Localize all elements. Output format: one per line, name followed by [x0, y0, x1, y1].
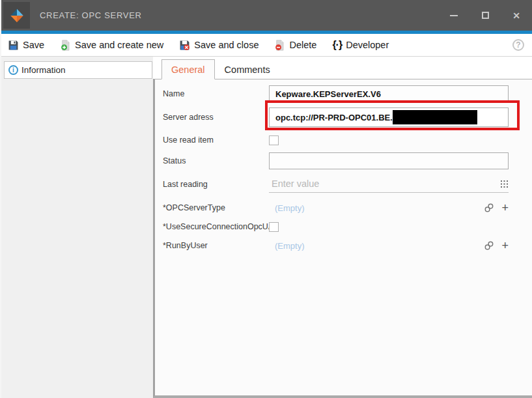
field-row-last-reading: Last reading	[163, 175, 509, 193]
field-row-opcservertype: *OPCServerType (Empty) +	[163, 200, 509, 216]
plus-icon[interactable]: +	[501, 240, 509, 251]
save-and-close-button[interactable]: Save and close	[179, 40, 259, 51]
server-adress-input[interactable]: opc.tcp://PR-PRD-OPC01.BE.	[269, 107, 509, 127]
save-and-create-new-label: Save and create new	[75, 40, 163, 50]
sidebar: i Information	[1, 57, 153, 398]
runbyuser-label: *RunByUser	[163, 241, 269, 250]
save-and-create-new-button[interactable]: Save and create new	[60, 40, 163, 51]
app-logo-box	[3, 2, 30, 29]
field-row-runbyuser: *RunByUser (Empty) +	[163, 238, 509, 253]
developer-braces-icon: {·}	[332, 39, 342, 51]
general-tab-panel: Name Server adress opc.tcp://PR-PRD-OPC0…	[153, 79, 532, 398]
developer-label: Developer	[346, 40, 389, 50]
sidebar-item-information[interactable]: i Information	[4, 61, 152, 79]
status-label: Status	[163, 156, 269, 165]
last-reading-label: Last reading	[163, 180, 269, 189]
delete-button[interactable]: Delete	[274, 40, 316, 51]
save-label: Save	[23, 40, 44, 50]
field-row-name: Name	[163, 85, 509, 102]
field-row-status: Status	[163, 152, 509, 169]
close-icon: ✕	[512, 10, 520, 21]
minimize-button[interactable]	[438, 0, 469, 31]
status-input[interactable]	[269, 152, 509, 169]
document-remove-icon	[274, 40, 285, 51]
name-label: Name	[163, 89, 269, 98]
name-input[interactable]	[269, 85, 509, 102]
help-icon: ?	[516, 40, 520, 50]
save-floppy-icon	[8, 40, 19, 51]
developer-button[interactable]: {·} Developer	[332, 39, 389, 51]
tab-strip: General Comments	[153, 59, 532, 79]
usesecureconnectionopcua-label: *UseSecureConnectionOpcUA	[163, 222, 269, 231]
field-row-usesecureconnectionopcua: *UseSecureConnectionOpcUA	[163, 221, 509, 233]
field-row-server-adress: Server adress opc.tcp://PR-PRD-OPC01.BE.	[163, 107, 509, 127]
runbyuser-value: (Empty)	[275, 241, 305, 251]
toolbar: Save Save and create new Save and close	[1, 34, 532, 57]
field-row-use-read-item: Use read item	[163, 134, 509, 146]
main-area: General Comments Name Server adress	[153, 57, 532, 398]
runbyuser-lookup[interactable]: (Empty) +	[269, 238, 509, 253]
maximize-icon	[482, 12, 489, 19]
window-title: CREATE: OPC SERVER	[40, 10, 142, 20]
delete-label: Delete	[289, 40, 316, 50]
grid-dots-icon[interactable]	[500, 180, 509, 188]
floppy-close-icon	[179, 40, 190, 51]
close-button[interactable]: ✕	[501, 0, 532, 31]
plus-icon[interactable]: +	[501, 202, 509, 214]
save-button[interactable]: Save	[8, 40, 44, 51]
tab-general[interactable]: General	[161, 59, 215, 79]
tab-comments[interactable]: Comments	[215, 59, 280, 79]
link-icon[interactable]	[484, 203, 494, 213]
server-adress-label: Server adress	[163, 113, 269, 122]
maximize-button[interactable]	[469, 0, 501, 31]
use-read-item-label: Use read item	[163, 135, 269, 145]
document-add-icon	[60, 40, 71, 51]
last-reading-input[interactable]	[269, 178, 500, 189]
cube-logo-icon	[8, 7, 25, 24]
create-opc-server-window: CREATE: OPC SERVER ✕ Save	[0, 0, 532, 398]
title-bar: CREATE: OPC SERVER ✕	[1, 0, 532, 31]
help-button[interactable]: ?	[512, 39, 524, 51]
server-adress-value: opc.tcp://PR-PRD-OPC01.BE.	[275, 113, 393, 122]
opcservertype-value: (Empty)	[275, 203, 305, 213]
use-read-item-checkbox[interactable]	[269, 135, 279, 145]
opcservertype-label: *OPCServerType	[163, 203, 269, 212]
content-area: i Information General Comments Name	[1, 57, 532, 398]
window-controls: ✕	[438, 0, 532, 31]
minimize-icon	[450, 15, 458, 16]
last-reading-field	[269, 175, 509, 193]
redaction-bar	[393, 110, 477, 124]
opcservertype-lookup[interactable]: (Empty) +	[269, 200, 509, 216]
usesecureconnectionopcua-checkbox[interactable]	[269, 222, 279, 232]
link-icon[interactable]	[484, 240, 494, 251]
info-icon: i	[8, 65, 18, 75]
sidebar-item-label: Information	[21, 65, 66, 75]
save-and-close-label: Save and close	[194, 40, 259, 50]
